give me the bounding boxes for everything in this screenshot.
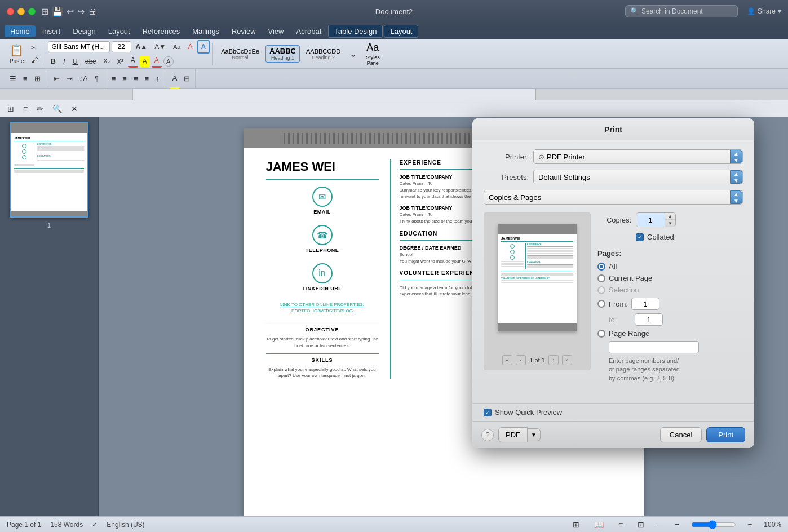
- menu-table-design[interactable]: Table Design: [328, 25, 383, 38]
- underline-button[interactable]: U: [70, 55, 81, 67]
- copies-pages-select[interactable]: Copies & Pages ▲▼: [484, 190, 743, 205]
- find-button[interactable]: 🔍: [50, 103, 65, 115]
- italic-button[interactable]: I: [60, 55, 68, 67]
- pages-current-radio[interactable]: [597, 274, 605, 282]
- bold-button[interactable]: B: [48, 55, 59, 67]
- pdf-button[interactable]: PDF: [498, 427, 528, 442]
- align-center-button[interactable]: ≡: [119, 69, 130, 89]
- text-effects-button[interactable]: A: [197, 40, 210, 54]
- increase-indent-button[interactable]: ⇥: [64, 69, 76, 89]
- close-nav-button[interactable]: ✕: [68, 103, 81, 115]
- text-style-btn[interactable]: A: [163, 56, 174, 66]
- focus-mode-button[interactable]: ⊡: [635, 518, 647, 531]
- layout-view-button[interactable]: ⊞: [570, 518, 582, 531]
- menu-insert[interactable]: Insert: [37, 25, 67, 37]
- pdf-dropdown-button[interactable]: ▼: [528, 428, 541, 441]
- quick-preview-checkbox[interactable]: ✓: [484, 409, 492, 416]
- style-heading1[interactable]: AABBC Heading 1: [265, 45, 300, 63]
- page-thumbnail[interactable]: JAMES WEI EXPERIENCE: [10, 122, 88, 218]
- align-right-button[interactable]: ≡: [131, 69, 141, 89]
- new-doc-icon[interactable]: ⊞: [41, 6, 48, 17]
- cancel-button[interactable]: Cancel: [660, 427, 702, 442]
- presets-dropdown-arrow[interactable]: ▲▼: [730, 170, 742, 184]
- thumbnail-view-button[interactable]: ⊞: [5, 103, 17, 115]
- next-page-button[interactable]: ›: [548, 355, 559, 365]
- save-icon[interactable]: 💾: [52, 6, 63, 17]
- change-case-button[interactable]: Aa: [170, 42, 183, 52]
- bullet-list-button[interactable]: ☰: [7, 69, 19, 89]
- more-styles-button[interactable]: ⌄: [347, 47, 360, 61]
- close-button[interactable]: [7, 8, 14, 15]
- pages-from-radio[interactable]: [597, 300, 605, 308]
- page-range-radio[interactable]: [597, 330, 605, 338]
- reading-view-button[interactable]: 📖: [591, 518, 607, 531]
- printer-dropdown-arrow[interactable]: ▲▼: [730, 150, 742, 163]
- menu-layout2[interactable]: Layout: [384, 25, 418, 38]
- print-button[interactable]: Print: [706, 427, 745, 442]
- text-color-button[interactable]: A: [128, 55, 138, 68]
- outline-view-button[interactable]: ≡: [20, 103, 30, 115]
- menu-mailings[interactable]: Mailings: [187, 25, 225, 37]
- printer-select[interactable]: ⊙ PDF Printer ▲▼: [533, 149, 743, 164]
- superscript-button[interactable]: X²: [114, 56, 126, 66]
- undo-icon[interactable]: ↩: [67, 6, 74, 17]
- shrink-font-button[interactable]: A▼: [152, 41, 169, 52]
- share-button[interactable]: 👤 Share ▾: [747, 7, 781, 15]
- pages-from-input[interactable]: [631, 298, 659, 310]
- shading-button[interactable]: A: [170, 69, 180, 89]
- maximize-button[interactable]: [28, 8, 36, 15]
- strikethrough-button[interactable]: abc: [82, 56, 99, 67]
- help-button[interactable]: ?: [481, 429, 494, 441]
- paste-button[interactable]: 📋 Paste: [7, 42, 27, 66]
- page-range-input[interactable]: [609, 341, 699, 353]
- style-normal[interactable]: AaBbCcDdEe Normal: [217, 46, 263, 62]
- font-name-input[interactable]: [48, 41, 110, 52]
- menu-acrobat[interactable]: Acrobat: [290, 25, 327, 37]
- search-bar[interactable]: 🔍 Search in Document: [625, 5, 738, 17]
- font-color2-button[interactable]: A: [152, 55, 162, 68]
- numbered-list-button[interactable]: ≡: [20, 69, 30, 89]
- pages-all-radio[interactable]: [597, 263, 605, 271]
- style-heading2[interactable]: AABBCCDD Heading 2: [302, 46, 344, 62]
- redo-icon[interactable]: ↪: [77, 6, 85, 17]
- menu-layout[interactable]: Layout: [103, 25, 136, 37]
- first-page-button[interactable]: «: [502, 355, 512, 365]
- menu-home[interactable]: Home: [5, 25, 36, 37]
- stepper-down-button[interactable]: ▼: [665, 220, 675, 227]
- doc-map-button[interactable]: ✏: [34, 103, 46, 115]
- stepper-up-button[interactable]: ▲: [665, 213, 675, 220]
- show-marks-button[interactable]: ¶: [92, 69, 101, 89]
- minimize-button[interactable]: [17, 8, 25, 15]
- menu-view[interactable]: View: [263, 25, 290, 37]
- copies-pages-arrow[interactable]: ▲▼: [730, 190, 742, 204]
- outline-view-button[interactable]: ≡: [616, 518, 626, 531]
- zoom-slider[interactable]: [691, 520, 736, 529]
- sort-button[interactable]: ↕A: [77, 69, 91, 89]
- menu-review[interactable]: Review: [226, 25, 262, 37]
- copies-input[interactable]: [636, 213, 665, 227]
- last-page-button[interactable]: »: [562, 355, 572, 365]
- clear-format-button[interactable]: A: [185, 41, 195, 52]
- presets-select[interactable]: Default Settings ▲▼: [533, 170, 743, 184]
- collated-checkbox[interactable]: ✓: [636, 233, 644, 241]
- prev-page-button[interactable]: ‹: [516, 355, 526, 365]
- multilevel-list-button[interactable]: ⊞: [32, 69, 43, 89]
- pages-to-input[interactable]: [635, 313, 663, 326]
- grow-font-button[interactable]: A▲: [133, 41, 150, 52]
- copy-button[interactable]: ✂: [28, 42, 41, 54]
- print-icon[interactable]: 🖨: [88, 6, 97, 17]
- subscript-button[interactable]: X₂: [100, 56, 112, 66]
- highlight-button[interactable]: A: [140, 56, 150, 67]
- menu-references[interactable]: References: [137, 25, 185, 37]
- styles-pane-button[interactable]: Aa Styles Pane: [362, 43, 383, 65]
- zoom-in-button[interactable]: +: [745, 518, 755, 530]
- borders-button[interactable]: ⊞: [181, 69, 193, 89]
- align-left-button[interactable]: ≡: [109, 69, 119, 89]
- line-spacing-button[interactable]: ↕: [153, 69, 162, 89]
- format-painter-button[interactable]: 🖌: [28, 55, 41, 66]
- justify-button[interactable]: ≡: [142, 69, 152, 89]
- zoom-out-button[interactable]: −: [672, 518, 682, 530]
- menu-design[interactable]: Design: [67, 25, 101, 37]
- decrease-indent-button[interactable]: ⇤: [51, 69, 63, 89]
- font-size-input[interactable]: [112, 41, 131, 52]
